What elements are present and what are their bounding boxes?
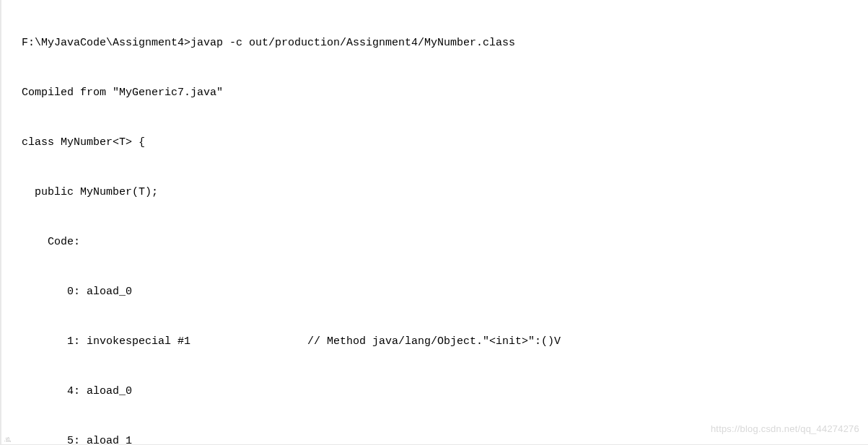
code-block: F:\MyJavaCode\Assignment4>javap -c out/p… bbox=[22, 6, 868, 445]
watermark-text: https://blog.csdn.net/qq_44274276 bbox=[711, 418, 859, 440]
left-margin-label: js bbox=[0, 437, 15, 442]
bytecode-line: 4: aload_0 bbox=[22, 379, 868, 405]
class-declaration: class MyNumber<T> { bbox=[22, 131, 868, 156]
command-line: F:\MyJavaCode\Assignment4>javap -c out/p… bbox=[22, 31, 868, 56]
code-label: Code: bbox=[22, 230, 868, 255]
compiled-from-line: Compiled from "MyGeneric7.java" bbox=[22, 81, 868, 106]
bytecode-line: 0: aload_0 bbox=[22, 280, 868, 305]
constructor-signature: public MyNumber(T); bbox=[22, 180, 868, 206]
bytecode-line: 1: invokespecial #1 // Method java/lang/… bbox=[22, 330, 868, 355]
